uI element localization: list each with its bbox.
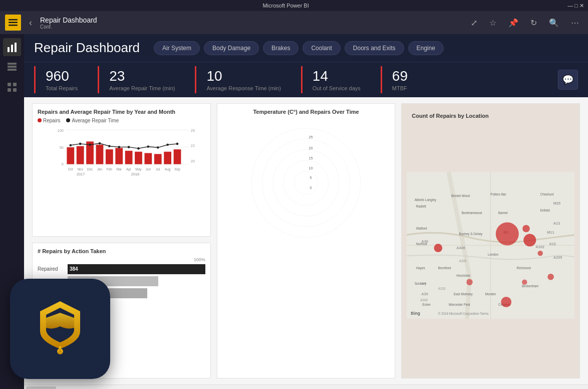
filter-coolant[interactable]: Coolant [303, 41, 340, 55]
bar-chart-svg: 100 50 0 25 22 20 [38, 125, 205, 185]
svg-text:Worcester Park: Worcester Park [449, 303, 471, 306]
filter-engine[interactable]: Engine [408, 41, 444, 55]
back-button[interactable]: ‹ [25, 16, 36, 30]
svg-text:25: 25 [309, 135, 313, 139]
nav-title: Repair Dashboard [40, 16, 97, 24]
scroll-area[interactable] [24, 384, 588, 389]
radial-chart-box: Temperature (C°) and Repairs Over Time 2… [217, 103, 396, 378]
svg-text:Bing: Bing [411, 311, 421, 316]
radial-chart-title: Temperature (C°) and Repairs Over Time [253, 109, 359, 115]
svg-point-119 [467, 279, 473, 285]
svg-text:22: 22 [191, 143, 195, 148]
stat-mtbf-value: 69 [392, 68, 408, 84]
svg-point-117 [522, 279, 527, 284]
svg-text:Jan: Jan [97, 167, 103, 171]
filter-body-damage[interactable]: Body Damage [204, 41, 259, 55]
filter-brakes[interactable]: Brakes [263, 41, 299, 55]
hamburger-button[interactable] [5, 15, 21, 31]
nav-subtitle: Conf. [40, 24, 99, 30]
svg-rect-4 [11, 45, 13, 52]
svg-text:A102: A102 [536, 245, 544, 249]
stat-avg-response-time: 10 Average Response Time (min) [195, 66, 290, 93]
svg-point-114 [522, 225, 530, 233]
refresh-icon[interactable]: ↻ [526, 16, 541, 30]
svg-rect-9 [8, 83, 11, 86]
svg-text:Jul: Jul [156, 167, 160, 171]
badger-svg [30, 299, 90, 359]
expand-icon[interactable]: ⤢ [467, 16, 481, 30]
svg-text:2017: 2017 [77, 172, 85, 176]
legend-avg-repair: Average Repair Time [66, 118, 119, 123]
svg-point-115 [538, 251, 543, 256]
svg-rect-3 [8, 47, 10, 52]
radial-chart-svg: 25 20 15 10 5 0 [241, 118, 371, 248]
svg-text:0: 0 [310, 186, 312, 190]
svg-text:Abbots Langley: Abbots Langley [415, 198, 437, 202]
svg-text:15: 15 [309, 156, 313, 160]
svg-text:Esher: Esher [423, 303, 431, 306]
search-icon[interactable]: 🔍 [545, 16, 563, 30]
pin-icon[interactable]: 📌 [504, 16, 522, 30]
svg-rect-11 [8, 88, 11, 92]
map-chart-box: Count of Repairs by Location Abbots Lang… [401, 103, 580, 378]
svg-text:20: 20 [309, 146, 313, 150]
svg-text:100: 100 [58, 128, 64, 133]
legend-repairs: Repairs [38, 118, 60, 123]
favorite-icon[interactable]: ☆ [485, 16, 500, 30]
svg-text:Cheshunt: Cheshunt [540, 192, 554, 196]
svg-rect-28 [125, 151, 133, 164]
svg-text:M25: M25 [553, 201, 560, 206]
svg-point-70 [251, 128, 360, 237]
dash-header: Repair Dashboard Air System Body Damage … [24, 34, 588, 62]
sidebar-item-model[interactable] [3, 78, 21, 96]
svg-text:Morden: Morden [485, 292, 496, 296]
window-controls: — □ ✕ [567, 3, 584, 9]
svg-text:Aug: Aug [165, 167, 171, 171]
svg-text:A4: A4 [422, 281, 427, 286]
svg-rect-32 [164, 152, 171, 164]
scrollbar-thumb[interactable] [26, 386, 56, 390]
svg-text:Apr: Apr [126, 167, 132, 171]
svg-point-68 [273, 150, 339, 216]
svg-text:20: 20 [191, 159, 195, 163]
svg-point-112 [496, 222, 519, 245]
stat-out-of-service-value: 14 [313, 68, 361, 84]
action-percent-label: 100% [38, 257, 205, 262]
svg-text:Enfield: Enfield [540, 209, 550, 212]
svg-point-111 [434, 244, 443, 252]
nav-title-group: Repair Dashboard Conf. [40, 16, 99, 30]
more-icon[interactable]: ⋯ [567, 16, 583, 30]
svg-text:A12: A12 [549, 242, 556, 247]
filter-doors-exits[interactable]: Doors and Exits [345, 41, 404, 55]
svg-rect-26 [106, 149, 113, 164]
comment-button[interactable]: 💬 [558, 70, 578, 90]
svg-text:Potters Bar: Potters Bar [491, 192, 506, 196]
stat-total-repairs-value: 960 [46, 68, 78, 84]
svg-rect-2 [9, 25, 18, 26]
svg-point-42 [147, 145, 150, 148]
svg-text:Mar: Mar [116, 167, 122, 171]
dashboard-title: Repair Dashboard [34, 40, 140, 56]
svg-text:Brentford: Brentford [438, 266, 451, 270]
svg-rect-25 [96, 145, 104, 164]
nav-bar: ‹ Repair Dashboard Conf. ⤢ ☆ 📌 ↻ 🔍 ⋯ [0, 11, 588, 34]
sidebar-item-bar-chart[interactable] [3, 38, 21, 56]
filter-air-system[interactable]: Air System [154, 41, 200, 55]
svg-rect-23 [77, 146, 84, 164]
svg-text:Nov: Nov [77, 167, 83, 171]
svg-rect-30 [144, 153, 152, 164]
svg-text:© 2018 Microsoft Corporation T: © 2018 Microsoft Corporation Terms [438, 312, 489, 316]
svg-text:50: 50 [60, 145, 64, 150]
svg-text:Beckenham: Beckenham [522, 284, 538, 288]
stat-avg-repair-time-value: 23 [109, 68, 175, 84]
svg-point-67 [283, 160, 329, 206]
stat-out-of-service-label: Out of Service days [313, 85, 361, 91]
svg-point-36 [89, 143, 91, 146]
sidebar-item-table[interactable] [3, 58, 21, 76]
svg-point-43 [157, 146, 159, 149]
svg-text:5: 5 [310, 176, 312, 180]
svg-point-113 [524, 234, 536, 246]
svg-point-41 [137, 147, 140, 150]
action-row-repaired: Repaired 384 [38, 264, 205, 274]
bar-chart-legend: Repairs Average Repair Time [38, 118, 205, 123]
